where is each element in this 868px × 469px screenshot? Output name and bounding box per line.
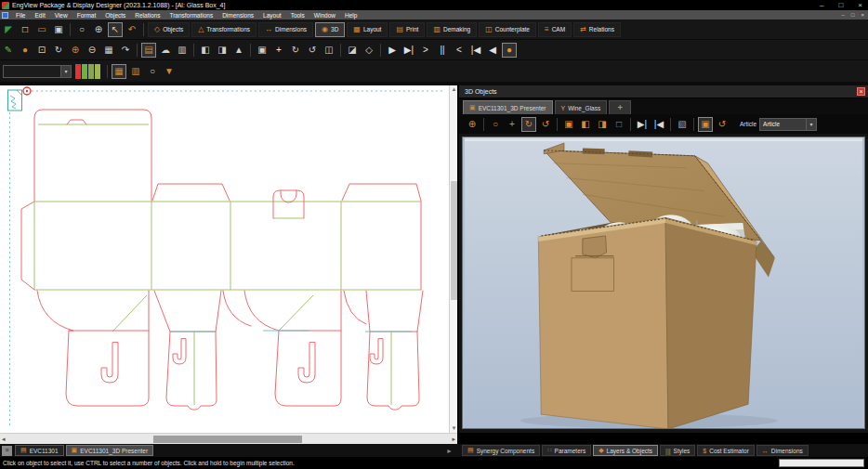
pan-icon[interactable]: + (271, 43, 286, 58)
render-scene-icon[interactable]: ▲ (231, 43, 246, 58)
cube-icon[interactable]: ◇ (362, 43, 376, 58)
box-open-icon[interactable]: ◧ (578, 117, 593, 132)
spreadsheet-icon[interactable]: ▦ (101, 43, 116, 58)
tab-wine-glass[interactable]: Y Wine_Glass (555, 100, 608, 114)
fold-unfold-icon[interactable]: ↺ (715, 117, 730, 132)
menu-objects[interactable]: Objects (100, 10, 130, 20)
synergy-components-button[interactable]: ▤Synergy Components (462, 445, 540, 456)
horizontal-scroll-thumb[interactable] (153, 436, 302, 443)
toolbar-button-layout[interactable]: ▦Layout (347, 22, 388, 37)
zoom-in-icon[interactable]: ⊕ (91, 22, 106, 37)
material-box-icon[interactable]: ▣ (255, 43, 270, 58)
box-wireframe-icon[interactable]: □ (612, 117, 626, 132)
cube-grey-icon[interactable]: ▧ (675, 117, 690, 132)
dieline-layers-icon[interactable]: ▦ (112, 64, 126, 79)
play-icon[interactable]: ▶ (385, 43, 400, 58)
toolbar-button-relations[interactable]: ⇄Relations (573, 22, 621, 37)
step-back-icon[interactable]: ◀ (485, 43, 500, 58)
toolbar-button-cam[interactable]: ≡CAM (538, 22, 572, 37)
back-icon[interactable]: < (452, 43, 467, 58)
close-button[interactable]: × (858, 2, 862, 9)
viewport-3d[interactable] (462, 137, 865, 429)
box-lid-icon[interactable]: ◨ (595, 117, 610, 132)
mdi-close-button[interactable]: × (861, 12, 864, 18)
menu-layout[interactable]: Layout (258, 10, 286, 20)
pan-3d-icon[interactable]: + (505, 117, 519, 132)
lasso-icon[interactable]: ○ (145, 64, 160, 79)
menu-view[interactable]: View (50, 10, 72, 20)
column-settings-icon[interactable]: ▥ (128, 64, 143, 79)
canvas-vertical-scrollbar[interactable]: ▲ ▼ (449, 85, 457, 433)
skip-end-icon[interactable]: ▶| (401, 43, 416, 58)
refresh-icon[interactable]: ↻ (51, 43, 66, 58)
report-icon[interactable]: ▥ (175, 43, 190, 58)
minimize-button[interactable]: – (820, 2, 823, 9)
canvas-horizontal-scrollbar[interactable]: ◂ ▸ (0, 433, 457, 444)
menu-relations[interactable]: Relations (130, 10, 164, 20)
toolbar-button-demaking[interactable]: ▥Demaking (427, 22, 477, 37)
layer-combobox[interactable]: ▾ (3, 65, 72, 78)
new-document-icon[interactable]: □ (18, 22, 33, 37)
tab-scroll-right-icon[interactable]: ► (446, 448, 453, 454)
zoom-area-icon[interactable]: ⊕ (68, 43, 83, 58)
layers-objects-button[interactable]: ◆Layers & Objects (593, 445, 658, 456)
parameters-button[interactable]: ∷Parameters (542, 445, 591, 456)
select-arrow-icon[interactable]: ↖ (108, 22, 123, 37)
open-folder-icon[interactable]: ▭ (34, 22, 49, 37)
cloud-upload-icon[interactable]: ☁ (158, 43, 173, 58)
menu-window[interactable]: Window (309, 10, 340, 20)
toolbar-button-print[interactable]: ▤Print (389, 22, 425, 37)
menu-edit[interactable]: Edit (30, 10, 49, 20)
mdi-minimize-button[interactable]: – (842, 12, 845, 18)
render-sphere-icon[interactable]: ● (502, 43, 517, 58)
mdi-restore-button[interactable]: □ (851, 12, 855, 18)
vertical-scroll-thumb[interactable] (451, 181, 457, 300)
orbit-icon[interactable]: ↻ (288, 43, 303, 58)
stack-icon[interactable]: ◨ (215, 43, 230, 58)
redo-icon[interactable]: ↷ (118, 43, 133, 58)
dieline-canvas[interactable] (0, 85, 449, 433)
maximize-button[interactable]: □ (838, 2, 843, 9)
orbit-3d-icon[interactable]: ↻ (521, 117, 536, 132)
fold-back-icon[interactable]: |◀ (651, 117, 666, 132)
styles-button[interactable]: |||Styles (660, 445, 695, 456)
box-screen-icon[interactable]: ▣ (698, 117, 713, 132)
pause-icon[interactable]: || (435, 43, 450, 58)
zoom-in-3d-icon[interactable]: ⊕ (465, 117, 480, 132)
article-combobox[interactable]: Article ▾ (759, 118, 817, 131)
menu-tools[interactable]: Tools (286, 10, 309, 20)
doc-tab-evc11301-3d-presenter[interactable]: ▣EVC11301_3D Presenter (66, 445, 154, 456)
panel-close-icon[interactable]: × (857, 87, 865, 96)
toolbar-button-counterplate[interactable]: ◫Counterplate (479, 22, 536, 37)
filter-icon[interactable]: ▼ (162, 64, 177, 79)
zoom-3d-icon[interactable]: ○ (488, 117, 503, 132)
engview-app-icon[interactable]: ◤ (1, 22, 16, 37)
zoom-out-icon[interactable]: ⊖ (85, 43, 99, 58)
scroll-left-icon[interactable]: ◂ (2, 435, 6, 444)
turntable-icon[interactable]: ↺ (305, 43, 320, 58)
menu-format[interactable]: Format (72, 10, 101, 20)
forward-icon[interactable]: > (418, 43, 433, 58)
add-presenter-tab-button[interactable]: + (609, 100, 631, 114)
duplicate-view-icon[interactable]: ◫ (322, 43, 336, 58)
snapshot-icon[interactable]: ◪ (345, 43, 360, 58)
menu-file[interactable]: File (11, 10, 30, 20)
preview-document-icon[interactable]: ⊡ (34, 43, 49, 58)
tab-list-button[interactable]: ≡ (2, 446, 12, 456)
menu-dimensions[interactable]: Dimensions (217, 10, 258, 20)
document-3d-icon[interactable]: ▤ (141, 43, 156, 58)
toolbar-button-dimensions[interactable]: ↔Dimensions (258, 22, 313, 37)
fold-forward-icon[interactable]: ▶| (635, 117, 650, 132)
toolbar-button-3d[interactable]: ◉3D (315, 22, 345, 37)
layer-colors-icon[interactable] (75, 64, 100, 79)
dimensions-button[interactable]: ↔Dimensions (756, 445, 809, 456)
box-closed-icon[interactable]: ▣ (561, 117, 576, 132)
fold-carton-icon[interactable]: ◧ (198, 43, 213, 58)
undo-icon[interactable]: ↶ (125, 22, 139, 37)
save-icon[interactable]: ▣ (51, 22, 66, 37)
turntable-3d-icon[interactable]: ↺ (538, 117, 553, 132)
menu-transformations[interactable]: Transformations (164, 10, 217, 20)
shape-fill-icon[interactable]: ● (18, 43, 33, 58)
skip-start-icon[interactable]: |◀ (468, 43, 483, 58)
cost-estimator-button[interactable]: $Cost Estimator (697, 445, 755, 456)
